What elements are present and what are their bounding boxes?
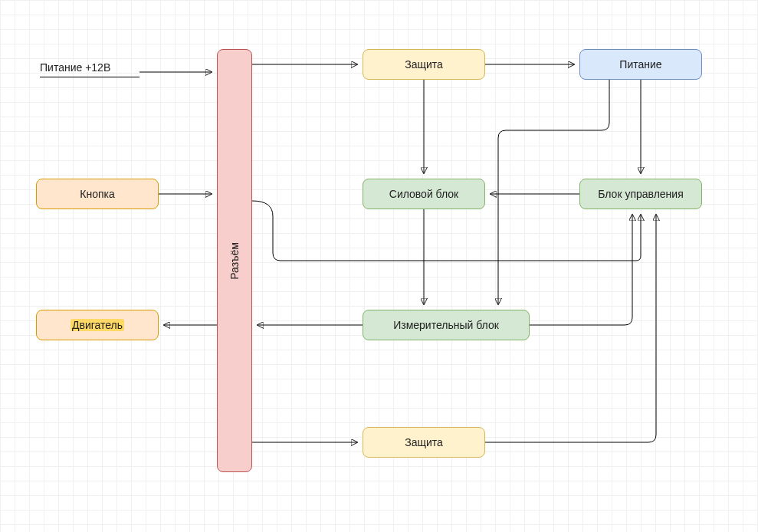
node-protection-top-label: Защита	[405, 58, 443, 71]
node-protection-bottom[interactable]: Защита	[363, 427, 485, 458]
node-motor[interactable]: Двигатель	[36, 310, 159, 340]
node-connector-label: Разъём	[228, 242, 241, 280]
node-protection-top[interactable]: Защита	[363, 49, 485, 80]
node-power-block-label: Силовой блок	[389, 188, 458, 200]
node-control-block[interactable]: Блок управления	[579, 179, 702, 209]
node-connector[interactable]: Разъём	[217, 49, 252, 472]
node-protection-bottom-label: Защита	[405, 436, 443, 448]
node-power-supply[interactable]: Питание	[579, 49, 702, 80]
node-button-label: Кнопка	[80, 188, 114, 200]
node-motor-label: Двигатель	[71, 319, 124, 331]
input-power-label: Питание +12В	[40, 61, 139, 77]
node-power-supply-label: Питание	[619, 58, 661, 71]
node-button[interactable]: Кнопка	[36, 179, 159, 209]
node-control-block-label: Блок управления	[598, 188, 684, 200]
diagram-canvas: { "input_label": "Питание +12В", "nodes"…	[0, 0, 758, 532]
node-measure-block-label: Измерительный блок	[393, 319, 499, 331]
node-measure-block[interactable]: Измерительный блок	[363, 310, 530, 340]
node-power-block[interactable]: Силовой блок	[363, 179, 485, 209]
